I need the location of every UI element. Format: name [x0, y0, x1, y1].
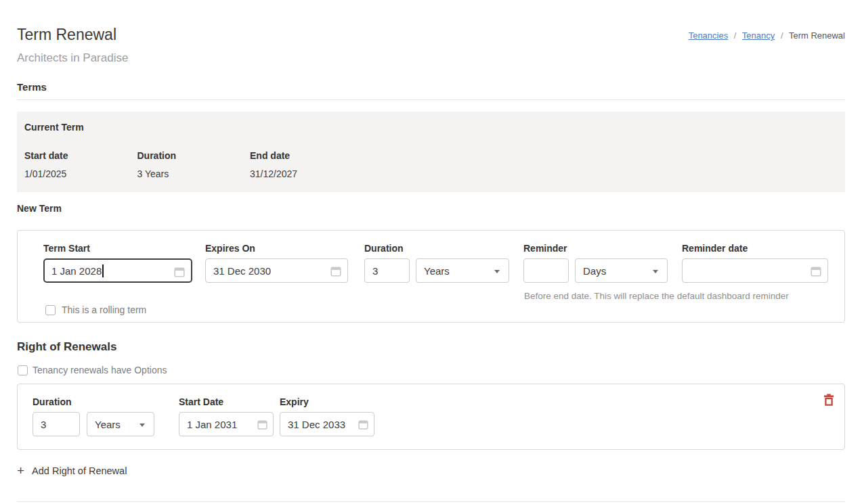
reminder-value-input[interactable] [523, 258, 569, 283]
rolling-term-checkbox-row: This is a rolling term [45, 304, 831, 315]
reminder-date-input[interactable] [682, 258, 828, 283]
term-start-value: 1 Jan 2028 [51, 265, 102, 277]
new-term-fields-row: Term Start 1 Jan 2028 Expires On 31 Dec … [43, 243, 831, 283]
add-right-of-renewal-button[interactable]: + Add Right of Renewal [17, 465, 127, 477]
reminder-label: Reminder [523, 243, 668, 254]
terms-divider [17, 99, 845, 100]
term-start-label: Term Start [43, 243, 192, 254]
breadcrumb-separator: / [781, 30, 783, 41]
breadcrumb-tenancy-link[interactable]: Tenancy [742, 30, 775, 41]
page-header: Term Renewal Architects in Paradise Tena… [17, 0, 845, 65]
renewal-expiry-field-group: Expiry 31 Dec 2033 [280, 396, 374, 436]
reminder-field-group: Reminder Days [523, 243, 668, 283]
renewal-fields-row: Duration 3 Years Start Date 1 Jan 2031 [33, 396, 831, 436]
terms-section-heading: Terms [17, 81, 845, 93]
end-date-value: 31/12/2027 [250, 168, 363, 179]
duration-label: Duration [364, 243, 509, 254]
page-subtitle: Architects in Paradise [17, 51, 128, 65]
renewal-duration-value: 3 [41, 419, 46, 430]
renewal-duration-input[interactable]: 3 [33, 412, 80, 436]
calendar-icon[interactable] [257, 419, 267, 430]
duration-value-input[interactable]: 3 [364, 258, 410, 283]
renewal-options-checkbox[interactable] [18, 365, 28, 375]
current-term-duration: Duration 3 Years [137, 150, 251, 179]
calendar-icon[interactable] [358, 419, 368, 430]
term-start-field-group: Term Start 1 Jan 2028 [43, 243, 192, 283]
breadcrumb-current: Term Renewal [789, 30, 845, 41]
calendar-icon[interactable] [811, 266, 821, 277]
expires-on-input[interactable]: 31 Dec 2030 [205, 258, 348, 283]
renewal-expiry-input[interactable]: 31 Dec 2033 [280, 412, 374, 436]
text-caret [102, 265, 104, 277]
current-term-fields: Start date 1/01/2025 Duration 3 Years En… [24, 150, 838, 179]
renewal-duration-unit-select[interactable]: Years [87, 412, 154, 436]
renewal-expiry-label: Expiry [280, 396, 374, 407]
expires-on-value: 31 Dec 2030 [213, 265, 271, 277]
chevron-down-icon [653, 270, 658, 273]
term-renewal-page: Term Renewal Architects in Paradise Tena… [0, 0, 862, 502]
reminder-unit-value: Days [583, 265, 606, 277]
renewal-start-date-field-group: Start Date 1 Jan 2031 [179, 396, 274, 436]
current-term-start-date: Start date 1/01/2025 [24, 150, 137, 179]
reminder-unit-select[interactable]: Days [575, 258, 668, 283]
renewal-duration-label: Duration [33, 396, 154, 407]
current-term-panel: Current Term Start date 1/01/2025 Durati… [17, 112, 845, 192]
renewal-start-date-label: Start Date [179, 396, 274, 407]
new-term-card: Term Start 1 Jan 2028 Expires On 31 Dec … [17, 230, 845, 323]
duration-field-group: Duration 3 Years [364, 243, 509, 283]
renewal-row-card: Duration 3 Years Start Date 1 Jan 2031 [17, 384, 845, 450]
renewal-options-checkbox-label: Tenancy renewals have Options [33, 365, 167, 375]
duration-value: 3 Years [137, 168, 251, 179]
title-block: Term Renewal Architects in Paradise [17, 26, 128, 65]
reminder-helper-text: Before end date. This will replace the d… [524, 291, 789, 301]
start-date-label: Start date [24, 150, 137, 161]
expires-on-field-group: Expires On 31 Dec 2030 [205, 243, 348, 283]
duration-unit-value: Years [424, 265, 450, 277]
right-of-renewals-heading: Right of Renewals [17, 340, 845, 354]
chevron-down-icon [494, 270, 500, 273]
end-date-label: End date [250, 150, 363, 161]
term-start-input[interactable]: 1 Jan 2028 [43, 258, 192, 283]
renewal-options-checkbox-row: Tenancy renewals have Options [18, 365, 845, 375]
duration-value: 3 [372, 265, 378, 277]
renewal-duration-unit-value: Years [95, 419, 121, 430]
page-title: Term Renewal [17, 26, 128, 43]
rolling-term-checkbox-label: This is a rolling term [62, 304, 146, 315]
duration-unit-select[interactable]: Years [416, 258, 509, 283]
delete-renewal-button[interactable] [823, 394, 834, 406]
current-term-end-date: End date 31/12/2027 [250, 150, 363, 179]
expires-on-label: Expires On [205, 243, 348, 254]
start-date-value: 1/01/2025 [24, 168, 137, 179]
duration-label: Duration [137, 150, 251, 161]
trash-icon [823, 398, 834, 408]
current-term-heading: Current Term [24, 122, 838, 133]
calendar-icon[interactable] [174, 267, 185, 277]
breadcrumb-tenancies-link[interactable]: Tenancies [689, 30, 729, 41]
bottom-divider [17, 501, 845, 502]
new-term-heading: New Term [17, 203, 845, 214]
reminder-date-label: Reminder date [682, 243, 828, 254]
reminder-date-field-group: Reminder date [682, 243, 828, 283]
add-right-of-renewal-label: Add Right of Renewal [32, 465, 127, 476]
plus-icon: + [17, 465, 24, 477]
renewal-duration-field-group: Duration 3 Years [33, 396, 154, 436]
breadcrumb-separator: / [734, 30, 737, 41]
calendar-icon[interactable] [330, 266, 341, 277]
renewal-start-date-value: 1 Jan 2031 [187, 419, 237, 430]
renewal-expiry-value: 31 Dec 2033 [288, 419, 345, 430]
chevron-down-icon [139, 423, 145, 427]
breadcrumb: Tenancies / Tenancy / Term Renewal [689, 30, 845, 41]
rolling-term-checkbox[interactable] [45, 305, 56, 315]
renewal-start-date-input[interactable]: 1 Jan 2031 [179, 412, 274, 436]
